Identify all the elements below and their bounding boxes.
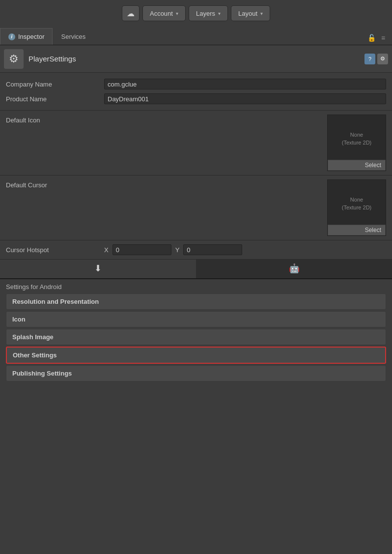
resolution-label: Resolution and Presentation: [12, 298, 99, 305]
default-icon-texture-area: None (Texture 2D): [328, 115, 386, 160]
layout-label: Layout: [238, 10, 257, 17]
panel-title: PlayerSettings: [28, 55, 360, 63]
gear-large-icon: ⚙: [9, 53, 19, 65]
platform-tabs: ⬇ 🤖: [0, 260, 392, 279]
default-icon-label: Default Icon: [6, 115, 104, 124]
product-name-row: Product Name: [0, 91, 392, 106]
other-settings-header: Other Settings: [7, 348, 385, 363]
default-icon-none-text: None: [341, 130, 373, 138]
layout-button[interactable]: Layout ▾: [231, 5, 270, 21]
tab-bar: i Inspector Services 🔓 ≡: [0, 27, 392, 45]
splash-header: Splash Image: [6, 329, 386, 345]
company-name-row: Company Name: [0, 77, 392, 91]
panel-header: ⚙ PlayerSettings ? ⚙: [0, 45, 392, 73]
layout-chevron-icon: ▾: [260, 11, 263, 16]
inspector-label: Inspector: [18, 33, 44, 40]
default-icon-section: Default Icon None (Texture 2D) Select: [0, 111, 392, 175]
company-name-label: Company Name: [6, 81, 104, 88]
hotspot-x-input[interactable]: [112, 244, 171, 255]
hotspot-inputs: X Y: [104, 244, 386, 255]
y-axis-label: Y: [175, 246, 180, 254]
account-chevron-icon: ▾: [176, 11, 178, 16]
icon-header: Icon: [6, 312, 386, 327]
layers-button[interactable]: Layers ▾: [189, 5, 228, 21]
toolbar: ☁ Account ▾ Layers ▾ Layout ▾: [0, 0, 392, 27]
default-cursor-section: Default Cursor None (Texture 2D) Select: [0, 175, 392, 240]
publishing-header: Publishing Settings: [6, 366, 386, 381]
tab-inspector[interactable]: i Inspector: [0, 28, 53, 45]
settings-gear-button[interactable]: ⚙: [377, 54, 388, 64]
hotspot-y-input[interactable]: [183, 244, 242, 255]
player-settings-icon: ⚙: [4, 49, 24, 69]
accordion-resolution[interactable]: Resolution and Presentation: [6, 293, 386, 310]
cloud-icon: ☁: [127, 9, 135, 18]
accordion-other-settings[interactable]: Other Settings: [6, 347, 386, 364]
product-name-input[interactable]: [104, 93, 386, 104]
default-cursor-type-text: (Texture 2D): [341, 203, 373, 210]
default-cursor-texture-area: None (Texture 2D): [328, 180, 386, 225]
product-name-label: Product Name: [6, 95, 104, 103]
publishing-label: Publishing Settings: [12, 370, 72, 377]
accordion-icon[interactable]: Icon: [6, 311, 386, 327]
panel-header-icons: ? ⚙: [364, 54, 388, 64]
accordion-publishing[interactable]: Publishing Settings: [6, 365, 386, 381]
default-cursor-label: Default Cursor: [6, 179, 104, 189]
help-label: ?: [368, 56, 371, 62]
accordion-splash[interactable]: Splash Image: [6, 329, 386, 345]
cursor-hotspot-label: Cursor Hotspot: [6, 246, 104, 254]
company-name-input[interactable]: [104, 79, 386, 89]
default-cursor-preview: None (Texture 2D) Select: [327, 179, 386, 236]
tab-services[interactable]: Services: [53, 28, 94, 45]
cursor-hotspot-row: Cursor Hotspot X Y: [0, 240, 392, 260]
account-label: Account: [150, 10, 173, 17]
default-icon-preview: None (Texture 2D) Select: [327, 115, 386, 171]
platform-tab-android[interactable]: 🤖: [196, 260, 392, 278]
other-settings-label: Other Settings: [13, 351, 57, 359]
account-button[interactable]: Account ▾: [142, 5, 186, 21]
android-section: Settings for Android Resolution and Pres…: [0, 279, 392, 385]
default-cursor-select-button[interactable]: Select: [328, 225, 386, 235]
icon-accordion-label: Icon: [12, 316, 26, 323]
x-axis-label: X: [104, 246, 109, 254]
default-cursor-none-text: None: [341, 195, 373, 203]
gear-icon: ⚙: [380, 56, 385, 62]
help-icon-button[interactable]: ?: [364, 54, 375, 64]
default-icon-select-button[interactable]: Select: [328, 160, 386, 171]
splash-label: Splash Image: [12, 333, 54, 341]
layers-chevron-icon: ▾: [218, 11, 221, 16]
platform-tab-download[interactable]: ⬇: [0, 260, 196, 278]
menu-icon[interactable]: ≡: [378, 33, 388, 43]
lock-icon[interactable]: 🔓: [366, 33, 376, 43]
cloud-button[interactable]: ☁: [122, 5, 140, 21]
services-label: Services: [61, 33, 85, 40]
android-platform-icon: 🤖: [289, 263, 300, 274]
tab-bar-icons: 🔓 ≡: [366, 33, 392, 45]
layers-label: Layers: [196, 10, 215, 17]
fields-section: Company Name Product Name: [0, 73, 392, 111]
resolution-header: Resolution and Presentation: [6, 294, 386, 309]
android-section-title: Settings for Android: [6, 283, 386, 291]
default-icon-type-text: (Texture 2D): [341, 138, 373, 146]
download-platform-icon: ⬇: [94, 263, 102, 274]
inspector-info-icon: i: [8, 33, 15, 40]
